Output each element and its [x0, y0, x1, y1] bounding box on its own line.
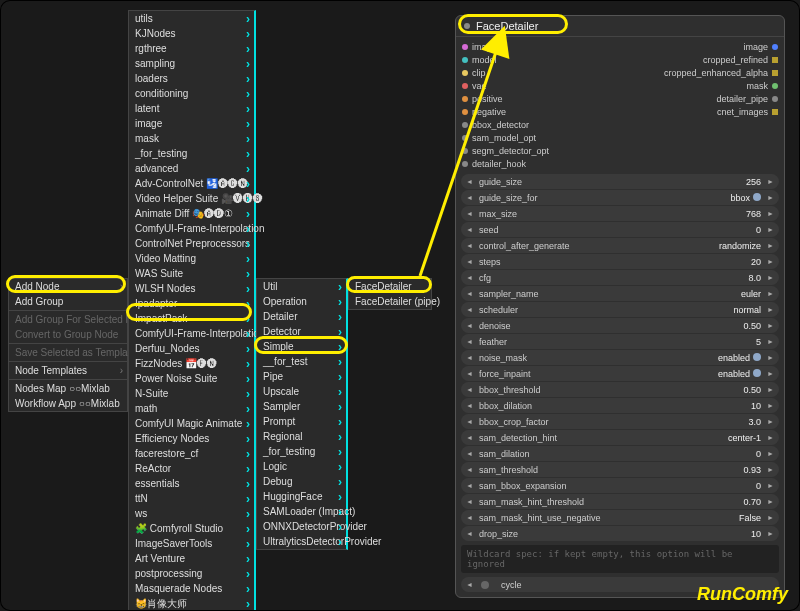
menu-item[interactable]: sampling: [129, 56, 254, 71]
menu-item[interactable]: Animate Diff 🎭🅐🅓①: [129, 206, 254, 221]
input-port[interactable]: positive: [462, 93, 549, 105]
menu-item[interactable]: FaceDetailer (pipe): [349, 294, 431, 309]
input-port[interactable]: image: [462, 41, 549, 53]
param-row[interactable]: guide_size_forbbox: [461, 190, 779, 205]
menu-item[interactable]: latent: [129, 101, 254, 116]
menu-item[interactable]: KJNodes: [129, 26, 254, 41]
param-row[interactable]: cfg8.0: [461, 270, 779, 285]
param-row[interactable]: bbox_threshold0.50: [461, 382, 779, 397]
output-port[interactable]: image: [664, 41, 778, 53]
menu-item[interactable]: WAS Suite: [129, 266, 254, 281]
input-port[interactable]: negative: [462, 106, 549, 118]
menu-item[interactable]: Add Group: [9, 294, 127, 309]
param-row[interactable]: sampler_nameeuler: [461, 286, 779, 301]
param-row[interactable]: steps20: [461, 254, 779, 269]
menu-item[interactable]: facerestore_cf: [129, 446, 254, 461]
output-port[interactable]: cnet_images: [664, 106, 778, 118]
menu-item[interactable]: Masquerade Nodes: [129, 581, 254, 596]
menu-item[interactable]: ttN: [129, 491, 254, 506]
param-row[interactable]: sam_threshold0.93: [461, 462, 779, 477]
param-row[interactable]: sam_mask_hint_threshold0.70: [461, 494, 779, 509]
input-port[interactable]: detailer_hook: [462, 158, 549, 170]
param-row[interactable]: seed0: [461, 222, 779, 237]
menu-item[interactable]: 😸肖像大师: [129, 596, 254, 611]
menu-item[interactable]: Video Helper Suite 🎥🅥🅗🅢: [129, 191, 254, 206]
param-row[interactable]: sam_bbox_expansion0: [461, 478, 779, 493]
menu-item[interactable]: Prompt: [257, 414, 346, 429]
output-port[interactable]: cropped_enhanced_alpha: [664, 67, 778, 79]
menu-item[interactable]: _for_testing: [129, 146, 254, 161]
menu-item[interactable]: Nodes Map ○○Mixlab: [9, 381, 127, 396]
menu-item[interactable]: __for_test: [257, 354, 346, 369]
menu-item[interactable]: HuggingFace: [257, 489, 346, 504]
context-submenu-categories[interactable]: utilsKJNodesrgthreesamplingloaderscondit…: [128, 10, 256, 611]
menu-item[interactable]: Regional: [257, 429, 346, 444]
menu-item[interactable]: Detector: [257, 324, 346, 339]
menu-item[interactable]: loaders: [129, 71, 254, 86]
menu-item[interactable]: Derfuu_Nodes: [129, 341, 254, 356]
menu-item[interactable]: essentials: [129, 476, 254, 491]
param-row[interactable]: bbox_crop_factor3.0: [461, 414, 779, 429]
menu-item[interactable]: Art Venture: [129, 551, 254, 566]
menu-item[interactable]: ReActor: [129, 461, 254, 476]
menu-item[interactable]: Upscale: [257, 384, 346, 399]
menu-item[interactable]: Pipe: [257, 369, 346, 384]
output-port[interactable]: detailer_pipe: [664, 93, 778, 105]
menu-item[interactable]: ComfyUI-Frame-Interpolation: [129, 326, 254, 341]
menu-item[interactable]: math: [129, 401, 254, 416]
menu-item[interactable]: advanced: [129, 161, 254, 176]
input-port[interactable]: vae: [462, 80, 549, 92]
param-row[interactable]: noise_maskenabled: [461, 350, 779, 365]
node-header[interactable]: FaceDetailer: [456, 16, 784, 37]
menu-item[interactable]: UltralyticsDetectorProvider: [257, 534, 346, 549]
menu-item[interactable]: Add Node: [9, 279, 127, 294]
menu-item[interactable]: ws: [129, 506, 254, 521]
menu-item[interactable]: image: [129, 116, 254, 131]
menu-item[interactable]: Debug: [257, 474, 346, 489]
menu-item[interactable]: Workflow App ○○Mixlab: [9, 396, 127, 411]
menu-item[interactable]: Util: [257, 279, 346, 294]
menu-item[interactable]: Add Group For Selected Nodes: [9, 312, 127, 327]
menu-item[interactable]: 🧩 Comfyroll Studio: [129, 521, 254, 536]
param-row[interactable]: force_inpaintenabled: [461, 366, 779, 381]
menu-item[interactable]: Power Noise Suite: [129, 371, 254, 386]
param-row[interactable]: denoise0.50: [461, 318, 779, 333]
menu-item[interactable]: Operation: [257, 294, 346, 309]
param-row[interactable]: feather5: [461, 334, 779, 349]
menu-item[interactable]: WLSH Nodes: [129, 281, 254, 296]
param-row[interactable]: sam_mask_hint_use_negativeFalse: [461, 510, 779, 525]
context-menu-root[interactable]: Add NodeAdd GroupAdd Group For Selected …: [8, 278, 128, 412]
menu-item[interactable]: Detailer: [257, 309, 346, 324]
menu-item[interactable]: ImpactPack: [129, 311, 254, 326]
menu-item[interactable]: FizzNodes 📅🅕🅝: [129, 356, 254, 371]
collapse-dot-icon[interactable]: [464, 23, 470, 29]
param-row[interactable]: schedulernormal: [461, 302, 779, 317]
input-port[interactable]: model: [462, 54, 549, 66]
facedetailer-node[interactable]: FaceDetailer imagemodelclipvaepositivene…: [455, 15, 785, 598]
param-row[interactable]: bbox_dilation10: [461, 398, 779, 413]
menu-item[interactable]: Simple: [257, 339, 346, 354]
input-port[interactable]: clip: [462, 67, 549, 79]
output-port[interactable]: cropped_refined: [664, 54, 778, 66]
menu-item[interactable]: postprocessing: [129, 566, 254, 581]
param-row[interactable]: drop_size10: [461, 526, 779, 541]
menu-item[interactable]: Convert to Group Node: [9, 327, 127, 342]
menu-item[interactable]: Efficiency Nodes: [129, 431, 254, 446]
param-row[interactable]: guide_size256: [461, 174, 779, 189]
param-row[interactable]: max_size768: [461, 206, 779, 221]
menu-item[interactable]: ComfyUI Magic Animate: [129, 416, 254, 431]
menu-item[interactable]: FaceDetailer: [349, 279, 431, 294]
param-row[interactable]: sam_detection_hintcenter-1: [461, 430, 779, 445]
wildcard-spec-field[interactable]: Wildcard spec: if kept empty, this optio…: [461, 545, 779, 573]
context-submenu-impactpack[interactable]: UtilOperationDetailerDetectorSimple__for…: [256, 278, 348, 550]
input-port[interactable]: segm_detector_opt: [462, 145, 549, 157]
menu-item[interactable]: mask: [129, 131, 254, 146]
menu-item[interactable]: utils: [129, 11, 254, 26]
menu-item[interactable]: ControlNet Preprocessors: [129, 236, 254, 251]
menu-item[interactable]: ONNXDetectorProvider: [257, 519, 346, 534]
menu-item[interactable]: Save Selected as Template: [9, 345, 127, 360]
menu-item[interactable]: Video Matting: [129, 251, 254, 266]
menu-item[interactable]: ImageSaverTools: [129, 536, 254, 551]
input-port[interactable]: sam_model_opt: [462, 132, 549, 144]
menu-item[interactable]: N-Suite: [129, 386, 254, 401]
